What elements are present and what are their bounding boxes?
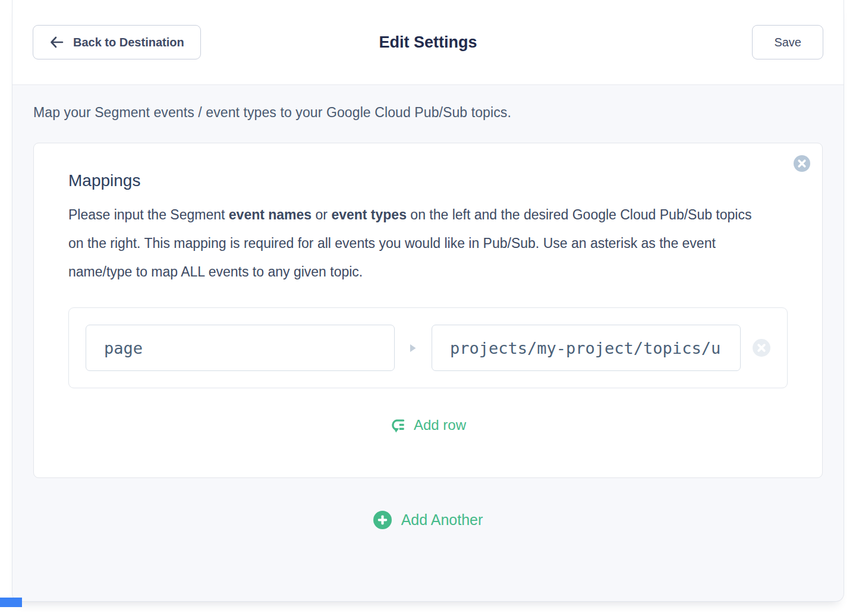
card-title: Mappings (68, 171, 788, 190)
back-button-label: Back to Destination (73, 36, 184, 49)
add-another-button[interactable]: Add Another (33, 511, 823, 529)
add-row-button[interactable]: Add row (68, 417, 788, 433)
settings-content: Map your Segment events / event types to… (12, 85, 844, 529)
card-close-button[interactable] (794, 155, 810, 172)
mapping-row (68, 307, 788, 388)
event-name-input[interactable] (86, 325, 395, 371)
add-row-label: Add row (414, 417, 466, 433)
add-row-icon (390, 417, 406, 433)
topic-input[interactable] (432, 325, 741, 371)
add-another-label: Add Another (401, 511, 483, 529)
plus-icon (373, 511, 392, 529)
close-icon (794, 165, 810, 174)
header-bar: Back to Destination Edit Settings Save (12, 0, 844, 85)
back-arrow-icon (49, 36, 64, 49)
card-description: Please input the Segment event names or … (68, 200, 761, 286)
remove-row-icon (753, 350, 770, 359)
mappings-card: Mappings Please input the Segment event … (33, 143, 823, 478)
progress-bar (0, 598, 22, 607)
arrow-right-icon (410, 344, 416, 352)
save-button[interactable]: Save (752, 25, 823, 59)
settings-window: Back to Destination Edit Settings Save M… (12, 0, 844, 602)
remove-row-button[interactable] (753, 339, 770, 357)
intro-text: Map your Segment events / event types to… (33, 105, 823, 121)
back-to-destination-button[interactable]: Back to Destination (33, 25, 201, 59)
